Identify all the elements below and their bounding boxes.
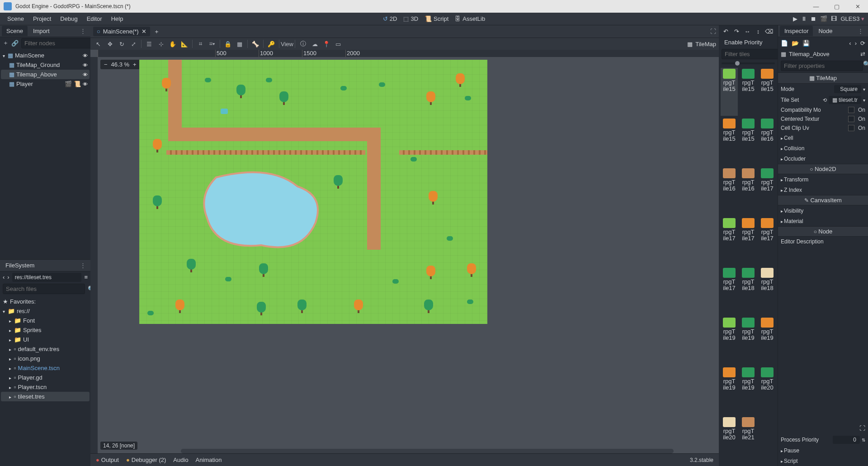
- distraction-free-icon[interactable]: ⛶: [710, 28, 716, 35]
- fs-back-icon[interactable]: ‹: [3, 274, 5, 281]
- group-icon[interactable]: ▦: [235, 39, 245, 49]
- tile-zoom-slider[interactable]: [735, 61, 740, 66]
- tile-swatch[interactable]: rpgTile19: [721, 366, 738, 414]
- fs-item[interactable]: 📁res://: [1, 306, 90, 316]
- prop-compatibility-mo[interactable]: Compatibility MoOn: [778, 105, 868, 114]
- animation-tab[interactable]: Animation: [196, 456, 222, 463]
- tile-swatch[interactable]: rpgTile17: [759, 167, 776, 215]
- renderer-dropdown[interactable]: GLES3 ▾: [840, 15, 864, 22]
- canvas-h-scrollbar[interactable]: [181, 449, 674, 453]
- insp-load-icon[interactable]: 📂: [792, 40, 799, 47]
- tile-flip-h-icon[interactable]: ↔: [743, 28, 751, 35]
- workspace-2d[interactable]: ↺ 2D: [383, 15, 397, 22]
- workspace-assetlib[interactable]: 🗄 AssetLib: [455, 15, 485, 22]
- debugger-tab[interactable]: Debugger (2): [126, 456, 166, 463]
- tile-swatch[interactable]: rpgTile20: [759, 366, 776, 414]
- list-select-icon[interactable]: ☰: [144, 39, 154, 49]
- audio-tab[interactable]: Audio: [173, 456, 188, 463]
- fs-item[interactable]: 📁UI: [1, 335, 90, 344]
- menu-project[interactable]: Project: [28, 14, 56, 24]
- tile-swatch[interactable]: rpgTile17: [721, 267, 738, 315]
- fs-path[interactable]: res://tileset.tres: [12, 273, 82, 282]
- fs-item[interactable]: ▫Player.tscn: [1, 382, 90, 392]
- insp-expand-icon[interactable]: ⛶: [859, 425, 865, 432]
- spinner-icon[interactable]: ⇅: [862, 437, 865, 442]
- fs-fwd-icon[interactable]: ›: [7, 274, 9, 281]
- tile-swatch[interactable]: rpgTile15: [759, 68, 776, 116]
- tile-swatch[interactable]: rpgTile15: [740, 118, 757, 166]
- tile-flip-v-icon[interactable]: ↕: [754, 28, 762, 35]
- dock-menu-icon[interactable]: ⋮: [77, 28, 89, 34]
- tile-rotate-right-icon[interactable]: ↷: [732, 28, 741, 35]
- play-custom-icon[interactable]: 🎞: [831, 15, 837, 22]
- zoom-in-icon[interactable]: +: [133, 61, 137, 68]
- scene-node-tilemap_ground[interactable]: ▦TileMap_Ground: [1, 60, 90, 70]
- section-visibility[interactable]: Visibility: [778, 205, 868, 216]
- insp-dock-menu-icon[interactable]: ⋮: [855, 28, 866, 34]
- minimize-icon[interactable]: —: [806, 0, 826, 13]
- prop-tile-set[interactable]: Tile Set⟲▦ tileset.tr▾: [778, 95, 868, 105]
- menu-editor[interactable]: Editor: [82, 14, 107, 24]
- tile-swatch[interactable]: rpgTile17: [740, 217, 757, 265]
- menu-help[interactable]: Help: [107, 14, 128, 24]
- scene-node-player[interactable]: ▦Player🎬📜: [1, 79, 90, 89]
- workspace-3d[interactable]: ⬚ 3D: [403, 15, 418, 22]
- filter-properties-input[interactable]: [781, 61, 863, 71]
- workspace-script[interactable]: 📜 Script: [425, 15, 448, 22]
- close-icon[interactable]: ✕: [847, 0, 868, 13]
- rotate-tool-icon[interactable]: ↻: [117, 39, 127, 49]
- fs-item[interactable]: ▫icon.png: [1, 354, 90, 363]
- fs-view-icon[interactable]: ≡: [84, 274, 88, 281]
- tab-import[interactable]: Import: [28, 26, 54, 36]
- fs-item[interactable]: ▫Player.gd: [1, 373, 90, 382]
- section-collision[interactable]: Collision: [778, 143, 868, 153]
- viewport-canvas[interactable]: 500100015002000 − 46.3 % +: [90, 50, 719, 453]
- zoom-out-icon[interactable]: −: [104, 61, 108, 68]
- tile-swatch[interactable]: rpgTile19: [740, 317, 757, 365]
- insp-back-icon[interactable]: ‹: [849, 40, 851, 47]
- key-icon[interactable]: 🔑: [266, 39, 276, 49]
- process-priority-value[interactable]: 0: [833, 436, 860, 444]
- section-script[interactable]: Script: [778, 456, 868, 466]
- bone-icon[interactable]: 🦴: [250, 39, 260, 49]
- tile-swatch[interactable]: rpgTile20: [721, 416, 738, 464]
- menu-scene[interactable]: Scene: [3, 14, 28, 24]
- pause-icon[interactable]: ⏸: [801, 15, 807, 22]
- snap-toggle-icon[interactable]: ⌗: [195, 39, 205, 49]
- prop-centered-textur[interactable]: Centered TexturOn: [778, 114, 868, 124]
- stop-icon[interactable]: ⏹: [811, 15, 816, 22]
- tab-inspector[interactable]: Inspector: [780, 26, 813, 36]
- tile-swatch[interactable]: rpgTile16: [721, 167, 738, 215]
- output-tab[interactable]: Output: [96, 456, 119, 463]
- insp-extra-icon[interactable]: ⇄: [860, 51, 865, 57]
- tile-swatch[interactable]: rpgTile18: [740, 267, 757, 315]
- tile-swatch[interactable]: rpgTile19: [759, 317, 776, 365]
- fs-dock-menu-icon[interactable]: ⋮: [77, 262, 89, 269]
- fs-item[interactable]: ▫tileset.tres: [1, 392, 90, 401]
- tile-swatch[interactable]: rpgTile15: [721, 68, 738, 116]
- tile-swatch[interactable]: rpgTile17: [721, 217, 738, 265]
- fs-item[interactable]: 📁Font: [1, 316, 90, 325]
- preview-icon[interactable]: ⓘ: [298, 39, 308, 49]
- scale-tool-icon[interactable]: ⤢: [128, 39, 138, 49]
- tab-node[interactable]: Node: [814, 26, 837, 36]
- tile-swatch[interactable]: rpgTile16: [759, 118, 776, 166]
- add-node-icon[interactable]: ＋: [3, 38, 9, 48]
- tile-swatch[interactable]: rpgTile19: [721, 317, 738, 365]
- fs-favorites[interactable]: ★Favorites:: [1, 297, 90, 306]
- close-tab-icon[interactable]: ✕: [142, 28, 146, 35]
- tile-swatch[interactable]: rpgTile21: [740, 416, 757, 464]
- tile-swatch[interactable]: rpgTile16: [740, 167, 757, 215]
- lock-icon[interactable]: 🔒: [223, 39, 233, 49]
- fs-item[interactable]: 📁Sprites: [1, 325, 90, 335]
- tile-swatch[interactable]: rpgTile15: [740, 68, 757, 116]
- fs-item[interactable]: ▫MainScene.tscn: [1, 363, 90, 373]
- extra1-icon[interactable]: ☁: [310, 39, 320, 49]
- tile-swatch[interactable]: rpgTile15: [721, 118, 738, 166]
- add-scene-tab-icon[interactable]: ＋: [154, 28, 160, 36]
- extra2-icon[interactable]: 📍: [321, 39, 331, 49]
- insp-save-icon[interactable]: 💾: [802, 40, 810, 47]
- tile-clear-icon[interactable]: ⌫: [765, 28, 773, 35]
- section-occluder[interactable]: Occluder: [778, 153, 868, 164]
- tile-swatch[interactable]: rpgTile17: [759, 217, 776, 265]
